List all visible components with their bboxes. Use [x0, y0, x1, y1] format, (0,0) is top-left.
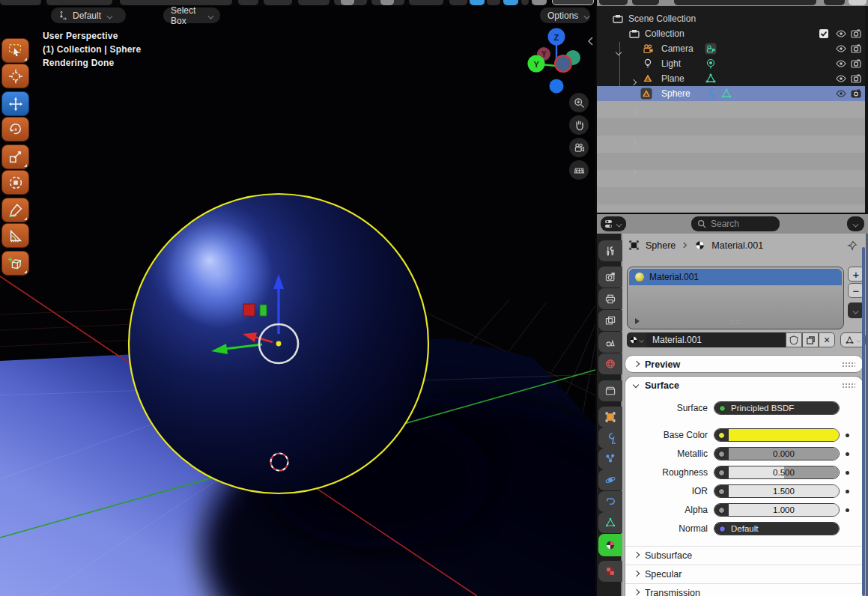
camera-restrict-icon[interactable] [850, 58, 862, 70]
camera-view-button[interactable] [569, 138, 589, 157]
header-menu-button[interactable] [847, 216, 864, 231]
pan-button[interactable] [569, 115, 589, 135]
tab-render[interactable] [598, 267, 622, 288]
animate-decorator[interactable] [846, 452, 849, 456]
toggle-view-button[interactable] [569, 160, 589, 180]
expand-chevron-icon[interactable] [630, 169, 637, 177]
panel-preview[interactable]: Preview [625, 355, 864, 373]
outliner-row-sphere[interactable]: Sphere [597, 86, 865, 101]
material-slot-selected[interactable]: Material.001 [629, 269, 842, 285]
alpha-slider[interactable]: 1.000 [714, 503, 840, 517]
tab-tool[interactable] [598, 240, 622, 261]
chevron-down-icon [639, 338, 643, 342]
unlink-material-button[interactable]: × [819, 332, 835, 347]
properties-scrollbar[interactable] [862, 247, 865, 596]
shader-select-button[interactable]: Principled BSDF [714, 401, 840, 415]
material-name-field[interactable]: Material.001 [646, 332, 786, 347]
gizmo-plane-handle-x[interactable] [243, 304, 255, 316]
tool-move[interactable] [1, 91, 29, 116]
tab-texture[interactable] [598, 561, 622, 582]
breadcrumb-material[interactable]: Material.001 [711, 240, 763, 251]
tab-world[interactable] [598, 353, 622, 374]
grip-icon[interactable] [842, 383, 855, 389]
transform-orientation-dropdown[interactable]: Default [51, 7, 126, 23]
ior-slider[interactable]: 1.500 [714, 484, 840, 498]
tool-add-cube[interactable] [1, 251, 29, 276]
tool-cursor[interactable] [1, 64, 29, 88]
roughness-row: Roughness 0.500 [625, 465, 864, 480]
nav-axis-neg-z[interactable] [550, 79, 564, 94]
nav-axis-x[interactable] [555, 55, 571, 72]
checkbox-icon[interactable] [818, 28, 830, 40]
duplicate-material-button[interactable] [802, 332, 819, 347]
camera-object-icon [642, 43, 654, 55]
animate-decorator[interactable] [846, 490, 849, 493]
outliner-row-plane[interactable]: Plane [597, 71, 865, 86]
camera-restrict-icon[interactable] [850, 28, 862, 40]
mesh-object-icon-active [640, 88, 652, 100]
tool-annotate[interactable] [1, 198, 29, 222]
browse-material-button[interactable] [627, 332, 646, 347]
outliner-row-light[interactable]: Light [597, 56, 865, 71]
eye-icon[interactable] [835, 28, 847, 40]
panel-transmission[interactable]: Transmission [625, 583, 864, 596]
tab-modifiers[interactable] [598, 428, 622, 448]
eye-icon[interactable] [835, 43, 847, 55]
tab-material[interactable] [598, 534, 622, 556]
panel-subsurface[interactable]: Subsurface [625, 546, 864, 565]
roughness-slider[interactable]: 0.500 [714, 466, 840, 479]
tool-rotate[interactable] [1, 117, 29, 142]
tool-scale[interactable] [1, 145, 29, 169]
expand-chevron-icon[interactable] [630, 109, 637, 117]
outliner-row-collection[interactable]: Collection [597, 26, 865, 41]
normal-row: Normal Default [625, 521, 864, 536]
collection-icon [612, 13, 624, 25]
camera-restrict-icon[interactable] [850, 88, 862, 100]
eye-icon[interactable] [835, 58, 847, 70]
breadcrumb-object[interactable]: Sphere [646, 240, 676, 251]
gizmo-plane-handle-y[interactable] [260, 305, 267, 316]
fake-user-button[interactable] [786, 332, 802, 347]
animate-decorator[interactable] [846, 434, 849, 437]
tab-scene[interactable] [598, 332, 622, 353]
tool-transform[interactable] [1, 170, 29, 195]
viewport-3d[interactable]: Y Z Y Default Select Box [0, 6, 595, 596]
outliner-row-camera[interactable]: Camera [597, 41, 865, 56]
tab-particles[interactable] [598, 448, 622, 469]
tab-collection[interactable] [598, 380, 622, 401]
animate-decorator[interactable] [846, 471, 849, 475]
tab-object[interactable] [598, 407, 622, 428]
grip-icon[interactable] [729, 319, 743, 325]
tool-measure[interactable] [1, 223, 29, 248]
panel-surface-header[interactable]: Surface [625, 377, 863, 394]
metallic-slider[interactable]: 0.000 [714, 447, 840, 460]
grip-icon[interactable] [842, 362, 855, 368]
tool-select-box[interactable] [1, 38, 29, 63]
tab-constraints[interactable] [598, 491, 622, 512]
options-dropdown[interactable]: Options [540, 7, 590, 23]
base-color-swatch[interactable] [714, 428, 840, 442]
camera-restrict-icon[interactable] [850, 43, 862, 55]
outliner-row-scene-collection[interactable]: Scene Collection [597, 11, 865, 26]
properties-editor-icon [604, 219, 615, 228]
normal-select-button[interactable]: Default [714, 522, 840, 535]
tab-view-layer[interactable] [598, 310, 622, 331]
expand-chevron-icon[interactable] [630, 139, 637, 147]
viewport-scene[interactable]: Y Z Y [0, 6, 595, 596]
search-input[interactable]: Search [691, 216, 780, 231]
outliner-scroll-edge[interactable] [865, 6, 868, 213]
select-mode-dropdown[interactable]: Select Box [163, 7, 220, 23]
tab-output[interactable] [598, 288, 622, 309]
eye-icon[interactable] [835, 73, 847, 85]
tab-physics[interactable] [598, 469, 622, 490]
panel-specular[interactable]: Specular [625, 565, 864, 583]
animate-decorator[interactable] [846, 508, 849, 512]
material-slot-list[interactable]: Material.001 [627, 267, 844, 329]
eye-icon[interactable] [835, 88, 847, 100]
camera-restrict-icon[interactable] [850, 73, 862, 85]
zoom-button[interactable] [569, 93, 589, 112]
tab-object-data[interactable] [598, 512, 622, 533]
pin-icon[interactable] [847, 240, 858, 251]
slot-list-expand-icon[interactable] [634, 317, 641, 325]
editor-type-dropdown[interactable] [601, 216, 626, 231]
